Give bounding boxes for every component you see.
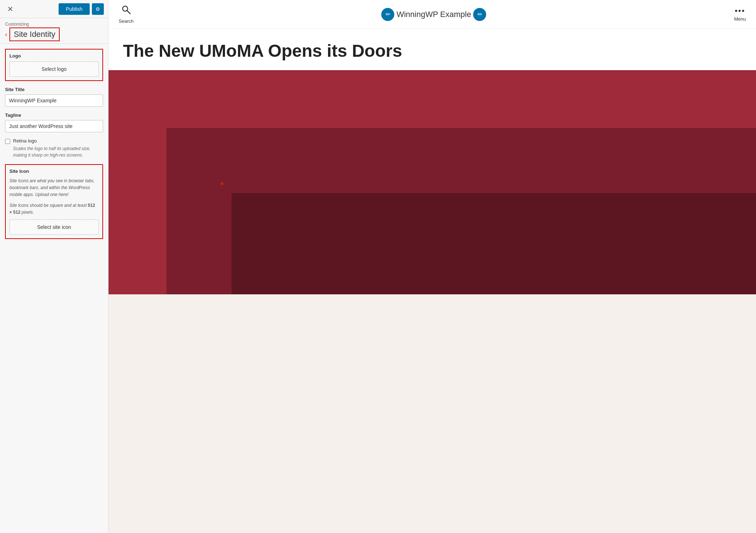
site-icon-description-1: Site Icons are what you see in browser t… <box>9 178 99 199</box>
logo-section: Logo Select logo <box>5 49 103 81</box>
select-logo-button[interactable]: Select logo <box>9 61 99 77</box>
site-icon-desc-suffix: pixels. <box>20 210 34 215</box>
search-icon <box>121 5 131 17</box>
section-title-box: Site Identity <box>9 27 60 41</box>
brand-edit-icon-2[interactable]: ✏ <box>473 8 486 21</box>
site-title-group: Site Title <box>5 87 103 107</box>
close-button[interactable]: ✕ <box>4 4 16 14</box>
site-icon-description-2: Site Icons should be square and at least… <box>9 202 99 216</box>
retina-logo-description: Scales the logo to half its uploaded siz… <box>13 145 103 158</box>
svg-line-1 <box>127 11 130 14</box>
site-title-input[interactable] <box>5 94 103 107</box>
site-icon-desc-prefix: Site Icons should be square and at least <box>9 203 88 208</box>
menu-label: Menu <box>734 16 746 22</box>
select-site-icon-button[interactable]: Select site icon <box>9 219 99 235</box>
logo-label: Logo <box>9 53 99 59</box>
customizer-panel: ✕ Publish ⚙ Customizing ‹ Site Identity … <box>0 0 109 533</box>
red-mosaic <box>109 70 756 294</box>
hero-title: The New UMoMA Opens its Doors <box>123 40 742 61</box>
panel-content: Logo Select logo Site Title Tagline Reti… <box>0 44 108 533</box>
site-title-label: Site Title <box>5 87 103 92</box>
search-label: Search <box>119 18 133 24</box>
customizing-header: Customizing ‹ Site Identity <box>0 18 108 44</box>
preview-panel: Search ✏ WinningWP Example ✏ ••• Menu Th… <box>109 0 756 533</box>
pencil-icon: ✏ <box>386 11 390 18</box>
nav-brand: ✏ WinningWP Example ✏ <box>381 8 486 21</box>
tagline-input[interactable] <box>5 120 103 132</box>
back-button[interactable]: ‹ <box>5 31 7 38</box>
site-icon-section: Site Icon Site Icons are what you see in… <box>5 164 103 239</box>
menu-dots-icon: ••• <box>735 7 745 15</box>
brand-title: WinningWP Example <box>396 10 471 19</box>
hero-title-area: The New UMoMA Opens its Doors <box>109 29 756 70</box>
mosaic-rect-3 <box>232 193 756 294</box>
publish-area: Publish ⚙ <box>59 3 104 15</box>
retina-logo-row: Retina logo <box>5 138 103 144</box>
mosaic-dot <box>221 182 224 185</box>
site-icon-title: Site Icon <box>9 169 99 174</box>
tagline-group: Tagline <box>5 112 103 132</box>
tagline-label: Tagline <box>5 112 103 118</box>
nav-menu[interactable]: ••• Menu <box>734 7 746 22</box>
settings-button[interactable]: ⚙ <box>92 3 104 15</box>
section-title: Site Identity <box>14 30 55 39</box>
brand-edit-icon[interactable]: ✏ <box>381 8 394 21</box>
nav-search[interactable]: Search <box>119 5 133 24</box>
top-bar: ✕ Publish ⚙ <box>0 0 108 18</box>
publish-button[interactable]: Publish <box>59 3 90 15</box>
customizing-label: Customizing <box>5 22 103 27</box>
retina-logo-checkbox[interactable] <box>5 139 10 144</box>
pencil-icon-2: ✏ <box>477 11 482 18</box>
preview-body: The New UMoMA Opens its Doors <box>109 29 756 533</box>
retina-logo-label: Retina logo <box>13 138 37 144</box>
preview-navbar: Search ✏ WinningWP Example ✏ ••• Menu <box>109 0 756 29</box>
mosaic-inner <box>109 70 756 294</box>
